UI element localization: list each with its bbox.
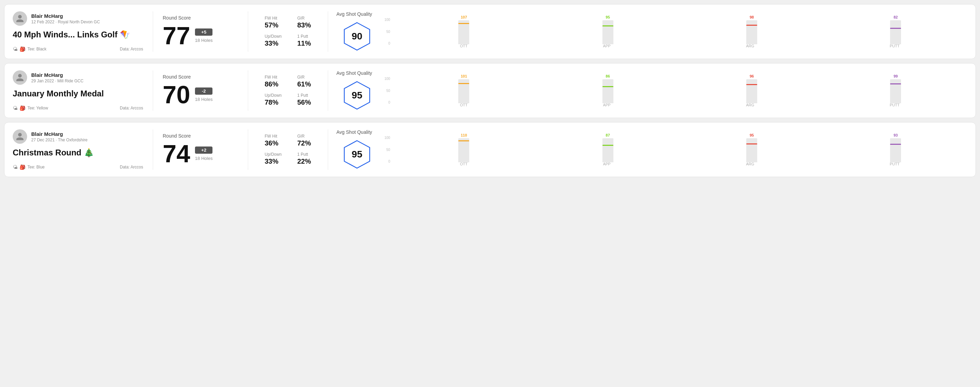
round-card-1: Blair McHarg 12 Feb 2022 · Royal North D… [4, 4, 976, 59]
score-section: Round Score 77 +5 18 Holes [163, 11, 238, 52]
round-card-3: Blair McHarg 27 Dec 2021 · The Oxfordshi… [4, 122, 976, 177]
score-badge-holes: +2 18 Holes [195, 146, 213, 161]
oneputt-label: 1 Putt [297, 93, 320, 98]
chart-section: 100 50 0 110 87 [378, 129, 967, 170]
score-number: 74 [163, 141, 190, 166]
updown-label: Up/Down [265, 93, 287, 98]
hexagon: 95 [342, 139, 372, 170]
score-row: 70 -2 18 Holes [163, 82, 238, 107]
avatar [13, 70, 27, 85]
tee-info: 🌤 🎒 Tee: Black [13, 46, 46, 52]
oneputt-value: 11% [297, 40, 320, 48]
oneputt-value: 22% [297, 157, 320, 165]
holes-text: 18 Holes [195, 97, 213, 102]
section-divider-2 [248, 70, 248, 111]
avatar [13, 11, 27, 26]
updown-stat: Up/Down 33% [265, 34, 287, 48]
fw-hit-value: 57% [265, 21, 287, 29]
updown-stat: Up/Down 33% [265, 152, 287, 165]
section-divider-3 [328, 70, 328, 111]
round-title: Christmas Round 🎄 [13, 148, 143, 157]
score-badge-holes: +5 18 Holes [195, 29, 213, 43]
updown-label: Up/Down [265, 34, 287, 39]
holes-text: 18 Holes [195, 156, 213, 161]
bag-icon: 🎒 [19, 105, 25, 111]
weather-icon: 🌤 [13, 46, 18, 52]
quality-label: Avg Shot Quality [336, 11, 378, 17]
section-divider-3 [328, 11, 328, 52]
footer-info: 🌤 🎒 Tee: Yellow Data: Arccos [13, 105, 143, 111]
fw-hit-value: 86% [265, 80, 287, 88]
gir-stat: GIR 61% [297, 75, 320, 88]
round-meta: 27 Dec 2021 · The Oxfordshire [31, 138, 88, 143]
score-row: 77 +5 18 Holes [163, 23, 238, 48]
score-number: 70 [163, 82, 190, 107]
round-title: 40 Mph Winds... Links Golf 🪁 [13, 30, 143, 40]
score-row: 74 +2 18 Holes [163, 141, 238, 166]
footer-info: 🌤 🎒 Tee: Blue Data: Arccos [13, 164, 143, 170]
hexagon-score: 95 [352, 149, 362, 160]
round-title: January Monthly Medal [13, 89, 143, 98]
chart-section: 100 50 0 107 95 [378, 11, 967, 52]
round-meta: 12 Feb 2022 · Royal North Devon GC [31, 19, 100, 24]
score-badge-holes: -2 18 Holes [195, 87, 213, 102]
gir-label: GIR [297, 75, 320, 79]
round-left-section: Blair McHarg 12 Feb 2022 · Royal North D… [13, 11, 143, 52]
data-source: Data: Arccos [120, 165, 143, 170]
tee-label: Tee: Black [27, 47, 46, 51]
score-section: Round Score 70 -2 18 Holes [163, 70, 238, 111]
score-badge: +2 [195, 146, 213, 154]
oneputt-label: 1 Putt [297, 152, 320, 157]
fw-hit-label: FW Hit [265, 16, 287, 21]
oneputt-label: 1 Putt [297, 34, 320, 39]
player-info: Blair McHarg 12 Feb 2022 · Royal North D… [13, 11, 143, 26]
updown-value: 33% [265, 40, 287, 48]
chart-section: 100 50 0 101 86 [378, 70, 967, 111]
hexagon-container: 95 [336, 80, 378, 111]
gir-value: 72% [297, 139, 320, 147]
hexagon: 90 [342, 21, 372, 52]
weather-icon: 🌤 [13, 164, 18, 170]
section-divider-3 [328, 129, 328, 170]
hexagon-score: 90 [352, 31, 362, 42]
gir-label: GIR [297, 134, 320, 139]
stats-grid: FW Hit 36% GIR 72% Up/Down 33% 1 Putt 22… [265, 134, 320, 165]
score-label: Round Score [163, 133, 238, 139]
tee-label: Tee: Yellow [27, 106, 48, 111]
gir-stat: GIR 72% [297, 134, 320, 147]
round-card-2: Blair McHarg 29 Jan 2022 · Mill Ride GCC… [4, 63, 976, 118]
player-name: Blair McHarg [31, 72, 83, 78]
gir-value: 61% [297, 80, 320, 88]
avatar [13, 129, 27, 144]
round-left-section: Blair McHarg 27 Dec 2021 · The Oxfordshi… [13, 129, 143, 170]
section-divider-2 [248, 129, 248, 170]
score-badge: -2 [195, 87, 213, 95]
player-text: Blair McHarg 29 Jan 2022 · Mill Ride GCC [31, 72, 83, 83]
stats-grid: FW Hit 57% GIR 83% Up/Down 33% 1 Putt 11… [265, 16, 320, 48]
stats-section: FW Hit 57% GIR 83% Up/Down 33% 1 Putt 11… [258, 11, 320, 52]
score-label: Round Score [163, 74, 238, 79]
data-source: Data: Arccos [120, 47, 143, 51]
holes-text: 18 Holes [195, 38, 213, 43]
quality-section: Avg Shot Quality 95 [336, 129, 378, 170]
quality-label: Avg Shot Quality [336, 129, 378, 135]
updown-stat: Up/Down 78% [265, 93, 287, 106]
stats-section: FW Hit 86% GIR 61% Up/Down 78% 1 Putt 56… [258, 70, 320, 111]
score-label: Round Score [163, 15, 238, 21]
fw-hit-label: FW Hit [265, 75, 287, 79]
quality-label: Avg Shot Quality [336, 70, 378, 76]
quality-section: Avg Shot Quality 95 [336, 70, 378, 111]
updown-value: 78% [265, 98, 287, 106]
fw-hit-stat: FW Hit 86% [265, 75, 287, 88]
hexagon-score: 95 [352, 90, 362, 101]
round-left-section: Blair McHarg 29 Jan 2022 · Mill Ride GCC… [13, 70, 143, 111]
player-text: Blair McHarg 12 Feb 2022 · Royal North D… [31, 13, 100, 24]
tee-info: 🌤 🎒 Tee: Yellow [13, 105, 48, 111]
fw-hit-stat: FW Hit 36% [265, 134, 287, 147]
bag-icon: 🎒 [19, 46, 25, 52]
score-number: 77 [163, 23, 190, 48]
player-name: Blair McHarg [31, 13, 100, 19]
oneputt-value: 56% [297, 98, 320, 106]
player-text: Blair McHarg 27 Dec 2021 · The Oxfordshi… [31, 131, 88, 143]
fw-hit-stat: FW Hit 57% [265, 16, 287, 29]
